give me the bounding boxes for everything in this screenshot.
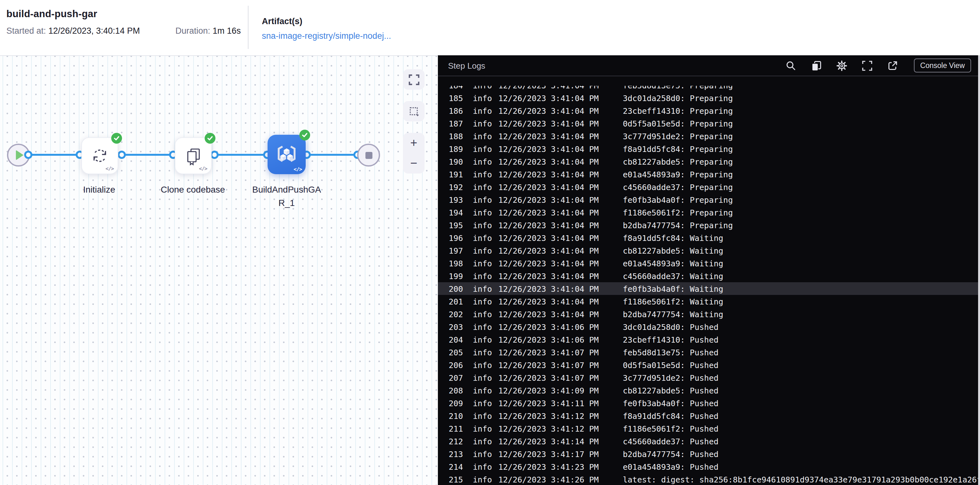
step-node-initialize[interactable]: </> xyxy=(81,137,118,174)
log-row[interactable]: 188info12/26/2023 3:41:04 PM3c777d951de2… xyxy=(438,130,978,142)
log-row[interactable]: 204info12/26/2023 3:41:06 PM23cbeff14310… xyxy=(438,333,978,346)
log-level: info xyxy=(473,411,498,420)
log-row[interactable]: 197info12/26/2023 3:41:04 PMcb81227abde5… xyxy=(438,244,978,257)
log-row[interactable]: 195info12/26/2023 3:41:04 PMb2dba7477754… xyxy=(438,219,978,231)
log-message: f8a91dd5fc84: Pushed xyxy=(623,411,978,420)
play-icon xyxy=(16,150,24,160)
log-level: info xyxy=(473,297,498,306)
log-row[interactable]: 199info12/26/2023 3:41:04 PMc45660adde37… xyxy=(438,270,978,282)
log-row[interactable]: 184info12/26/2023 3:41:04 PMfeb5d8d13e75… xyxy=(438,79,978,92)
log-row[interactable]: 193info12/26/2023 3:41:04 PMfe0fb3ab4a0f… xyxy=(438,193,978,206)
log-line-number: 184 xyxy=(449,80,473,90)
log-level: info xyxy=(473,169,498,179)
log-level: info xyxy=(473,80,498,90)
log-row[interactable]: 211info12/26/2023 3:41:12 PMf1186e5061f2… xyxy=(438,422,978,435)
log-row[interactable]: 202info12/26/2023 3:41:04 PMb2dba7477754… xyxy=(438,308,978,320)
log-row[interactable]: 200info12/26/2023 3:41:04 PMfe0fb3ab4a0f… xyxy=(438,282,978,295)
log-row[interactable]: 213info12/26/2023 3:41:17 PMb2dba7477754… xyxy=(438,447,978,460)
pipeline-canvas[interactable]: </> Initialize </> Clone codebase xyxy=(0,55,438,485)
log-line-number: 214 xyxy=(449,462,473,471)
canvas-marquee-select-button[interactable] xyxy=(403,101,425,121)
log-row[interactable]: 212info12/26/2023 3:41:14 PMc45660adde37… xyxy=(438,435,978,447)
log-level: info xyxy=(473,144,498,154)
log-line-number: 187 xyxy=(449,119,473,128)
log-message: b2dba7477754: Pushed xyxy=(623,449,978,459)
log-timestamp: 12/26/2023 3:41:04 PM xyxy=(498,284,623,293)
copy-icon[interactable] xyxy=(811,60,822,71)
log-message: cb81227abde5: Preparing xyxy=(623,157,978,166)
log-row[interactable]: 192info12/26/2023 3:41:04 PMc45660adde37… xyxy=(438,181,978,193)
log-row[interactable]: 198info12/26/2023 3:41:04 PMe01a454893a9… xyxy=(438,257,978,270)
artifacts-label: Artifact(s) xyxy=(262,16,302,26)
log-row[interactable]: 194info12/26/2023 3:41:04 PMf1186e5061f2… xyxy=(438,206,978,219)
log-row[interactable]: 196info12/26/2023 3:41:04 PMf8a91dd5fc84… xyxy=(438,231,978,244)
log-timestamp: 12/26/2023 3:41:12 PM xyxy=(498,411,623,420)
log-line-number: 191 xyxy=(449,169,473,179)
code-icon: </> xyxy=(294,167,302,172)
log-row[interactable]: 208info12/26/2023 3:41:09 PMcb81227abde5… xyxy=(438,384,978,397)
log-timestamp: 12/26/2023 3:41:04 PM xyxy=(498,131,623,141)
log-level: info xyxy=(473,360,498,370)
log-timestamp: 12/26/2023 3:41:04 PM xyxy=(498,258,623,268)
log-row[interactable]: 187info12/26/2023 3:41:04 PM0d5f5a015e5d… xyxy=(438,117,978,130)
step-node-clone-codebase[interactable]: </> xyxy=(175,137,212,174)
log-row[interactable]: 210info12/26/2023 3:41:12 PMf8a91dd5fc84… xyxy=(438,409,978,422)
log-message: c45660adde37: Pushed xyxy=(623,436,978,446)
pipeline-end-node[interactable] xyxy=(357,144,380,167)
log-row[interactable]: 191info12/26/2023 3:41:04 PMe01a454893a9… xyxy=(438,168,978,181)
log-message: 3dc01da258d0: Pushed xyxy=(623,322,978,331)
search-icon[interactable] xyxy=(786,60,796,71)
log-row[interactable]: 207info12/26/2023 3:41:07 PM3c777d951de2… xyxy=(438,371,978,384)
log-line-number: 193 xyxy=(449,195,473,204)
log-level: info xyxy=(473,436,498,446)
log-level: info xyxy=(473,182,498,192)
log-toolbar: Console View xyxy=(786,59,971,72)
fullscreen-icon[interactable] xyxy=(862,60,873,71)
log-row[interactable]: 205info12/26/2023 3:41:07 PMfeb5d8d13e75… xyxy=(438,346,978,358)
log-scrollbar[interactable] xyxy=(978,55,980,485)
log-timestamp: 12/26/2023 3:41:07 PM xyxy=(498,347,623,357)
log-level: info xyxy=(473,157,498,166)
log-row[interactable]: 203info12/26/2023 3:41:06 PM3dc01da258d0… xyxy=(438,320,978,333)
log-row[interactable]: 185info12/26/2023 3:41:04 PM3dc01da258d0… xyxy=(438,92,978,104)
log-message: c45660adde37: Preparing xyxy=(623,182,978,192)
log-level: info xyxy=(473,398,498,408)
log-timestamp: 12/26/2023 3:41:04 PM xyxy=(498,93,623,103)
log-line-number: 205 xyxy=(449,347,473,357)
log-scroll-area[interactable]: 184info12/26/2023 3:41:04 PMfeb5d8d13e75… xyxy=(438,55,978,485)
log-line-number: 188 xyxy=(449,131,473,141)
canvas-fullscreen-button[interactable] xyxy=(403,69,425,90)
settings-icon[interactable] xyxy=(836,60,847,71)
log-row[interactable]: 209info12/26/2023 3:41:11 PMfe0fb3ab4a0f… xyxy=(438,397,978,409)
log-message: cb81227abde5: Pushed xyxy=(623,385,978,395)
log-line-number: 195 xyxy=(449,220,473,230)
log-row[interactable]: 201info12/26/2023 3:41:04 PMf1186e5061f2… xyxy=(438,295,978,308)
started-at-label: Started at: xyxy=(6,26,46,36)
log-row[interactable]: 214info12/26/2023 3:41:23 PMe01a454893a9… xyxy=(438,460,978,473)
log-message: feb5d8d13e75: Preparing xyxy=(623,80,978,90)
log-timestamp: 12/26/2023 3:41:04 PM xyxy=(498,195,623,204)
artifact-link[interactable]: sna-image-registry/simple-nodej... xyxy=(262,31,391,41)
log-row[interactable]: 215info12/26/2023 3:41:26 PMlatest: dige… xyxy=(438,473,978,485)
log-level: info xyxy=(473,246,498,255)
log-row[interactable]: 190info12/26/2023 3:41:04 PMcb81227abde5… xyxy=(438,155,978,168)
log-level: info xyxy=(473,424,498,433)
log-row[interactable]: 186info12/26/2023 3:41:04 PM23cbeff14310… xyxy=(438,104,978,117)
log-message: fe0fb3ab4a0f: Pushed xyxy=(623,398,978,408)
log-line-number: 185 xyxy=(449,93,473,103)
log-timestamp: 12/26/2023 3:41:04 PM xyxy=(498,309,623,319)
log-message: e01a454893a9: Pushed xyxy=(623,462,978,471)
log-timestamp: 12/26/2023 3:41:04 PM xyxy=(498,80,623,90)
zoom-out-button[interactable]: − xyxy=(403,153,425,173)
canvas-zoom-controls: + − xyxy=(403,133,425,173)
external-link-icon[interactable] xyxy=(887,60,898,71)
log-timestamp: 12/26/2023 3:41:04 PM xyxy=(498,144,623,154)
log-line-number: 196 xyxy=(449,233,473,243)
step-node-build-and-push-gar[interactable]: </> xyxy=(267,135,306,174)
log-row[interactable]: 206info12/26/2023 3:41:07 PM0d5f5a015e5d… xyxy=(438,358,978,371)
log-message: e01a454893a9: Waiting xyxy=(623,258,978,268)
console-view-button[interactable]: Console View xyxy=(914,59,971,72)
log-row[interactable]: 189info12/26/2023 3:41:04 PMf8a91dd5fc84… xyxy=(438,142,978,155)
zoom-in-button[interactable]: + xyxy=(403,133,425,153)
log-timestamp: 12/26/2023 3:41:04 PM xyxy=(498,246,623,255)
